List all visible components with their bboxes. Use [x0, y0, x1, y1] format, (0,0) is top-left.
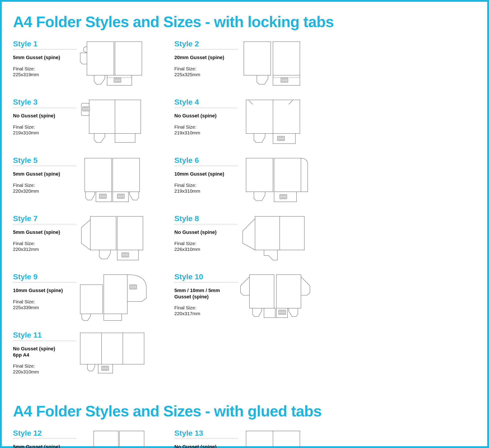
gusset-label: No Gusset (spine)	[174, 229, 237, 235]
folder-dieline-icon	[237, 429, 313, 448]
style-info: Style 125mm Gusset (spine)Final Size:215…	[13, 429, 76, 448]
style-name: Style 5	[13, 156, 76, 166]
page-frame: A4 Folder Styles and Sizes - with lockin…	[0, 0, 489, 448]
style-cell: Style 910mm Gusset (spine)Final Size:225…	[13, 272, 165, 322]
final-size-label: Final Size:	[174, 240, 237, 247]
final-size-value: 220x310mm	[13, 369, 76, 375]
style-name: Style 11	[13, 331, 76, 341]
style-cell: Style 105mm / 10mm / 5mmGusset (spine)Fi…	[174, 272, 327, 322]
style-cell: Style 8No Gusset (spine)Final Size:226x3…	[174, 214, 327, 264]
gusset-label: 5mm / 10mm / 5mmGusset (spine)	[174, 287, 237, 300]
style-info: Style 4No Gusset (spine)Final Size:219x3…	[174, 98, 237, 136]
final-size-value: 226x310mm	[174, 247, 237, 252]
gusset-label: 5mm Gusset (spine)	[13, 55, 76, 61]
style-cell: Style 125mm Gusset (spine)Final Size:215…	[13, 429, 165, 448]
gusset-label: No Gusset (spine)6pp A4	[13, 346, 76, 358]
style-name: Style 9	[13, 272, 76, 282]
style-cell: Style 55mm Gusset (spine)Final Size:220x…	[13, 156, 165, 205]
folder-dieline-icon	[76, 40, 152, 89]
gusset-label: No Gusset (spine)	[174, 444, 237, 448]
folder-dieline-icon	[76, 429, 152, 448]
style-name: Style 2	[174, 40, 237, 49]
style-info: Style 55mm Gusset (spine)Final Size:220x…	[13, 156, 76, 194]
style-name: Style 7	[13, 214, 76, 224]
style-cell: Style 13No Gusset (spine)Final Size:220x…	[174, 429, 327, 448]
style-cell: Style 15mm Gusset (spine)Final Size:225x…	[13, 40, 165, 89]
section-2-title: A4 Folder Styles and Sizes - with glued …	[13, 402, 476, 420]
style-info: Style 220mm Gusset (spine)Final Size:225…	[174, 40, 237, 77]
style-name: Style 4	[174, 98, 237, 108]
final-size-label: Final Size:	[13, 363, 76, 369]
section-1-title: A4 Folder Styles and Sizes - with lockin…	[13, 13, 476, 31]
final-size-label: Final Size:	[174, 66, 237, 72]
final-size-label: Final Size:	[13, 182, 76, 188]
style-name: Style 1	[13, 40, 76, 49]
style-name: Style 8	[174, 214, 237, 224]
style-info: Style 610mm Gusset (spine)Final Size:219…	[174, 156, 237, 194]
final-size-label: Final Size:	[13, 299, 76, 305]
styles-grid-locking: Style 15mm Gusset (spine)Final Size:225x…	[13, 40, 476, 389]
style-info: Style 3No Gusset (spine)Final Size:219x3…	[13, 98, 76, 136]
final-size-value: 225x319mm	[13, 72, 76, 77]
gusset-label: 5mm Gusset (spine)	[13, 444, 76, 448]
final-size-label: Final Size:	[13, 240, 76, 247]
style-cell: Style 11No Gusset (spine)6pp A4Final Siz…	[13, 331, 165, 380]
final-size-label: Final Size:	[174, 124, 237, 130]
folder-dieline-icon	[76, 214, 152, 264]
folder-dieline-icon	[237, 214, 313, 264]
final-size-label: Final Size:	[174, 305, 237, 311]
final-size-label: Final Size:	[13, 124, 76, 130]
final-size-value: 220x317mm	[174, 311, 237, 316]
final-size-value: 220x320mm	[13, 188, 76, 194]
style-info: Style 75mm Gusset (spine)Final Size:220x…	[13, 214, 76, 252]
gusset-label: No Gusset (spine)	[13, 113, 76, 119]
style-info: Style 910mm Gusset (spine)Final Size:225…	[13, 272, 76, 310]
style-cell: Style 75mm Gusset (spine)Final Size:220x…	[13, 214, 165, 264]
folder-dieline-icon	[237, 156, 313, 205]
gusset-label: 10mm Gusset (spine)	[13, 287, 76, 294]
style-cell: Style 220mm Gusset (spine)Final Size:225…	[174, 40, 327, 89]
style-name: Style 6	[174, 156, 237, 166]
gusset-label: 10mm Gusset (spine)	[174, 171, 237, 177]
style-name: Style 3	[13, 98, 76, 108]
folder-dieline-icon	[237, 40, 313, 89]
gusset-label: 5mm Gusset (spine)	[13, 171, 76, 177]
style-name: Style 12	[13, 429, 76, 439]
folder-dieline-icon	[76, 272, 152, 322]
gusset-label: No Gusset (spine)	[174, 113, 237, 119]
folder-dieline-icon	[76, 331, 152, 380]
style-cell: Style 4No Gusset (spine)Final Size:219x3…	[174, 98, 327, 147]
folder-dieline-icon	[76, 98, 152, 147]
folder-dieline-icon	[76, 156, 152, 205]
final-size-label: Final Size:	[13, 66, 76, 72]
style-info: Style 15mm Gusset (spine)Final Size:225x…	[13, 40, 76, 77]
style-info: Style 105mm / 10mm / 5mmGusset (spine)Fi…	[174, 272, 237, 316]
gusset-label: 5mm Gusset (spine)	[13, 229, 76, 235]
style-cell: Style 3No Gusset (spine)Final Size:219x3…	[13, 98, 165, 147]
folder-dieline-icon	[237, 272, 313, 322]
gusset-label: 20mm Gusset (spine)	[174, 55, 237, 61]
folder-dieline-icon	[237, 98, 313, 147]
style-info: Style 13No Gusset (spine)Final Size:220x…	[174, 429, 237, 448]
style-info: Style 8No Gusset (spine)Final Size:226x3…	[174, 214, 237, 252]
final-size-value: 225x325mm	[174, 72, 237, 77]
style-name: Style 10	[174, 272, 237, 282]
style-info: Style 11No Gusset (spine)6pp A4Final Siz…	[13, 331, 76, 375]
final-size-value: 220x312mm	[13, 247, 76, 252]
final-size-value: 219x310mm	[13, 130, 76, 136]
styles-grid-glued: Style 125mm Gusset (spine)Final Size:215…	[13, 429, 476, 448]
final-size-value: 219x310mm	[174, 130, 237, 136]
style-name: Style 13	[174, 429, 237, 439]
final-size-value: 225x339mm	[13, 305, 76, 310]
style-cell: Style 610mm Gusset (spine)Final Size:219…	[174, 156, 327, 205]
final-size-label: Final Size:	[174, 182, 237, 188]
final-size-value: 219x310mm	[174, 188, 237, 194]
